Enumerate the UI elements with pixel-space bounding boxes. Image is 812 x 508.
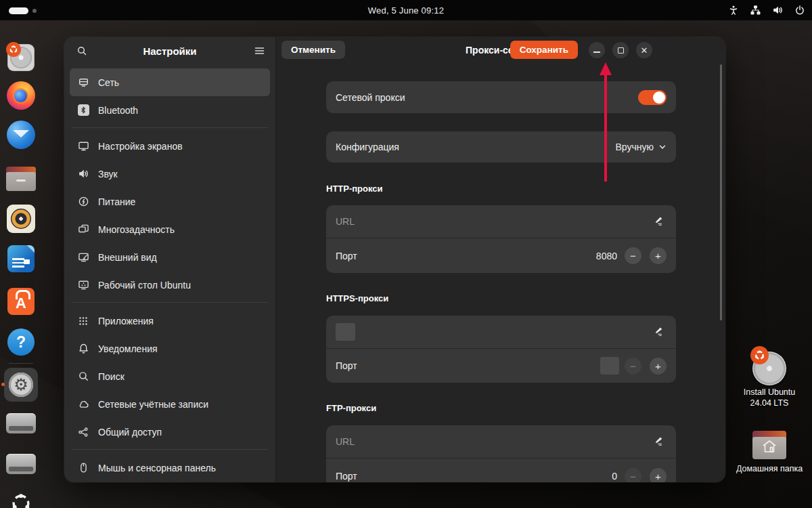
sidebar-item-apps[interactable]: Приложения bbox=[70, 307, 270, 335]
settings-sidebar: Настройки Сеть Blueto bbox=[64, 37, 276, 482]
network-proxy-label: Сетевой прокси bbox=[336, 92, 405, 103]
sound-icon bbox=[77, 168, 89, 180]
bell-icon bbox=[77, 343, 89, 355]
edit-pencil-icon bbox=[652, 326, 663, 337]
ftp-url-field[interactable]: URL bbox=[326, 425, 676, 458]
sidebar-item-ubuntu-desktop[interactable]: Рабочий стол Ubuntu bbox=[70, 271, 270, 299]
sidebar-divider bbox=[72, 127, 268, 128]
ftp-section-heading: FTP-прокси bbox=[326, 403, 376, 413]
edit-button[interactable] bbox=[649, 433, 667, 450]
system-tray[interactable] bbox=[728, 0, 805, 20]
running-indicator-dot bbox=[1, 383, 5, 386]
http-url-field[interactable]: URL bbox=[326, 205, 676, 238]
ftp-port-label: Порт bbox=[336, 471, 357, 482]
sidebar-item-online-accounts[interactable]: Сетевые учётные записи bbox=[70, 390, 270, 418]
house-icon bbox=[761, 439, 777, 454]
maximize-button[interactable] bbox=[612, 42, 629, 58]
sidebar-item-label: Приложения bbox=[98, 316, 154, 326]
dock-disk-drive-2[interactable] bbox=[6, 454, 36, 474]
proxy-page: Прокси-сервер Отменить Сохранить ✕ Сетев… bbox=[276, 37, 725, 482]
sidebar-item-displays[interactable]: Настройка экранов bbox=[70, 132, 270, 160]
sidebar-item-label: Настройка экранов bbox=[98, 141, 183, 152]
desktop-icon-label: Домашняя папка bbox=[729, 463, 810, 474]
network-icon bbox=[77, 77, 89, 89]
dock-divider bbox=[9, 363, 33, 364]
ftp-port-row: Порт 0 − + bbox=[326, 459, 676, 482]
sidebar-item-search[interactable]: Поиск bbox=[70, 362, 270, 390]
http-port-value[interactable]: 8080 bbox=[596, 251, 617, 261]
desktop-icon-install-ubuntu[interactable]: Install Ubuntu 24.04 LTS bbox=[729, 347, 810, 409]
dock-libreoffice[interactable] bbox=[7, 245, 35, 272]
chevron-down-icon bbox=[658, 143, 667, 151]
sidebar-item-appearance[interactable]: Внешний вид bbox=[70, 243, 270, 271]
dock-firefox[interactable] bbox=[7, 81, 35, 110]
configuration-dropdown[interactable]: Вручную bbox=[616, 142, 667, 152]
power-icon[interactable] bbox=[794, 5, 805, 16]
main-menu-button[interactable] bbox=[250, 41, 269, 60]
https-section-heading: HTTPS-прокси bbox=[326, 293, 388, 303]
dock-thunderbird[interactable] bbox=[7, 121, 35, 149]
https-port-increment-button[interactable]: + bbox=[650, 358, 667, 375]
network-proxy-toggle[interactable] bbox=[638, 90, 667, 105]
https-url-selection bbox=[336, 323, 355, 341]
sidebar-item-power[interactable]: Питание bbox=[70, 188, 270, 215]
ubuntu-logo-icon bbox=[750, 346, 769, 364]
minimize-button[interactable] bbox=[589, 42, 605, 58]
sidebar-item-label: Внешний вид bbox=[98, 252, 157, 263]
sidebar-item-label: Мышь и сенсорная панель bbox=[98, 463, 216, 473]
desktop-icon-home-folder[interactable]: Домашняя папка bbox=[729, 431, 810, 474]
dock-show-apps[interactable] bbox=[8, 490, 34, 508]
hamburger-menu-icon bbox=[254, 47, 265, 55]
sidebar-item-label: Рабочий стол Ubuntu bbox=[98, 280, 191, 291]
displays-icon bbox=[77, 140, 89, 152]
maximize-icon bbox=[618, 47, 624, 54]
edit-button[interactable] bbox=[649, 323, 667, 341]
dock-settings-active[interactable]: ⚙ bbox=[4, 368, 38, 402]
http-section-heading: HTTP-прокси bbox=[326, 184, 383, 194]
clock[interactable]: Wed, 5 June 09:12 bbox=[0, 5, 812, 16]
sidebar-item-sound[interactable]: Звук bbox=[70, 160, 270, 188]
sidebar-item-bluetooth[interactable]: Bluetooth bbox=[70, 96, 270, 124]
sidebar-item-multitasking[interactable]: Многозадачность bbox=[70, 215, 270, 243]
http-port-decrement-button[interactable]: − bbox=[625, 247, 641, 264]
search-icon bbox=[77, 371, 89, 383]
sidebar-list: Сеть Bluetooth Настройка экранов bbox=[64, 64, 275, 482]
http-port-increment-button[interactable]: + bbox=[650, 247, 667, 264]
ftp-port-value[interactable]: 0 bbox=[612, 471, 617, 482]
share-icon bbox=[77, 426, 89, 438]
ftp-port-increment-button[interactable]: + bbox=[650, 468, 667, 483]
apps-grid-icon bbox=[77, 315, 89, 327]
accessibility-icon[interactable] bbox=[728, 5, 739, 16]
sidebar-divider bbox=[72, 302, 268, 303]
http-port-label: Порт bbox=[336, 251, 357, 261]
save-button[interactable]: Сохранить bbox=[510, 41, 578, 59]
speaker-icon bbox=[11, 209, 31, 229]
edit-pencil-icon bbox=[652, 216, 663, 227]
sidebar-divider bbox=[72, 449, 268, 450]
dock-app-center[interactable]: A bbox=[7, 288, 35, 315]
configuration-card[interactable]: Конфигурация Вручную bbox=[326, 131, 676, 163]
dock: A ? ⚙ bbox=[0, 20, 42, 508]
https-url-field[interactable] bbox=[326, 316, 676, 348]
sidebar-item-mouse[interactable]: Мышь и сенсорная панель bbox=[70, 454, 270, 482]
dock-install-ubuntu[interactable] bbox=[7, 44, 35, 71]
dock-files[interactable] bbox=[6, 167, 36, 191]
dock-help[interactable]: ? bbox=[7, 329, 35, 356]
dock-disk-drive-1[interactable] bbox=[6, 413, 36, 433]
https-port-decrement-button[interactable]: − bbox=[625, 358, 641, 375]
edit-button[interactable] bbox=[649, 213, 667, 230]
ftp-port-decrement-button[interactable]: − bbox=[625, 468, 641, 483]
cloud-icon bbox=[77, 398, 89, 410]
minimize-icon bbox=[593, 51, 600, 53]
sidebar-item-label: Многозадачность bbox=[98, 224, 175, 235]
close-button[interactable]: ✕ bbox=[636, 42, 652, 58]
dock-rhythmbox[interactable] bbox=[7, 205, 35, 233]
network-wired-icon[interactable] bbox=[750, 5, 761, 16]
cancel-button[interactable]: Отменить bbox=[281, 41, 345, 59]
volume-icon[interactable] bbox=[772, 5, 784, 16]
scrollbar-thumb[interactable] bbox=[720, 64, 722, 320]
sidebar-item-notifications[interactable]: Уведомления bbox=[70, 335, 270, 362]
sidebar-item-label: Bluetooth bbox=[98, 105, 138, 116]
sidebar-item-sharing[interactable]: Общий доступ bbox=[70, 418, 270, 446]
sidebar-item-network[interactable]: Сеть bbox=[70, 68, 270, 96]
